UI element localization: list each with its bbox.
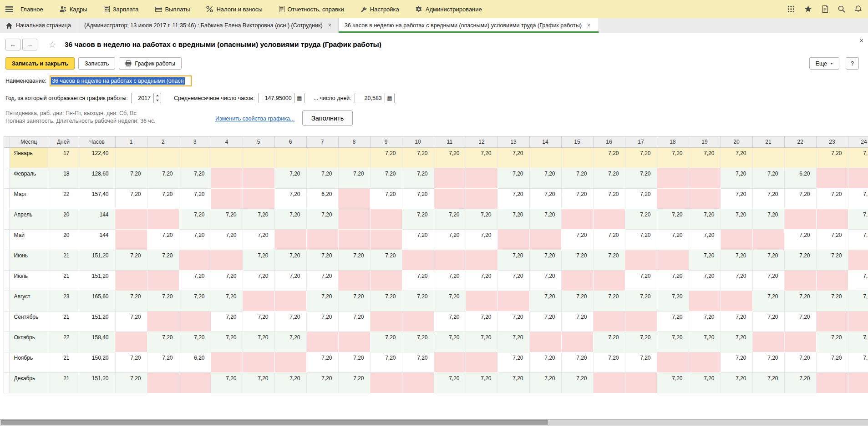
day-cell-17[interactable]: 7,20 (625, 291, 657, 311)
day-cell-23[interactable] (816, 209, 848, 230)
day-cell-15[interactable] (561, 271, 593, 291)
day-cell-3[interactable]: 7,20 (179, 168, 211, 189)
day-cell-18[interactable] (657, 352, 689, 373)
day-cell-2[interactable]: 7,20 (147, 230, 179, 250)
day-cell-24[interactable] (848, 311, 868, 332)
day-cell-20[interactable]: 7,20 (721, 332, 752, 352)
day-cell-19[interactable]: 7,20 (689, 230, 721, 250)
day-cell-15[interactable] (561, 209, 593, 230)
day-cell-8[interactable] (338, 189, 370, 209)
day-cell-19[interactable]: 7,20 (689, 332, 721, 352)
day-cell-24[interactable]: 7,20 (848, 332, 868, 352)
days-count-cell[interactable]: 22 (48, 189, 79, 209)
hours-cell[interactable]: 122,40 (79, 148, 115, 168)
day-cell-17[interactable]: 7,20 (625, 230, 657, 250)
day-cell-23[interactable] (816, 271, 848, 291)
day-cell-7[interactable] (306, 332, 338, 352)
day-cell-21[interactable] (752, 230, 784, 250)
days-count-cell[interactable]: 21 (48, 373, 79, 393)
month-cell[interactable]: Октябрь (10, 332, 48, 352)
day-cell-14[interactable]: 7,20 (529, 250, 561, 271)
day-cell-22[interactable]: 7,20 (784, 189, 816, 209)
day-cell-20[interactable] (721, 230, 752, 250)
day-cell-24[interactable] (848, 168, 868, 189)
day-cell-12[interactable]: 7,20 (466, 332, 497, 352)
day-cell-2[interactable]: 7,20 (147, 291, 179, 311)
day-cell-12[interactable]: 7,20 (466, 148, 497, 168)
day-cell-6[interactable]: 7,20 (274, 189, 306, 209)
day-cell-9[interactable]: 7,20 (370, 148, 402, 168)
day-cell-7[interactable]: 6,20 (306, 189, 338, 209)
day-cell-4[interactable]: 7,20 (211, 230, 243, 250)
day-cell-2[interactable]: 7,20 (147, 352, 179, 373)
day-cell-4[interactable]: 7,20 (211, 373, 243, 393)
day-cell-20[interactable]: 7,20 (721, 271, 752, 291)
day-cell-18[interactable]: 7,20 (657, 148, 689, 168)
day-cell-11[interactable] (434, 189, 466, 209)
fill-button[interactable]: Заполнить (302, 111, 353, 126)
form-close-icon[interactable]: × (859, 37, 863, 44)
day-cell-9[interactable]: 7,20 (370, 352, 402, 373)
day-cell-3[interactable] (179, 373, 211, 393)
day-cell-7[interactable]: 7,20 (306, 311, 338, 332)
day-cell-6[interactable] (274, 148, 306, 168)
day-cell-1[interactable]: 7,20 (115, 352, 147, 373)
change-properties-link[interactable]: Изменить свойства графика... (215, 116, 294, 122)
day-cell-13[interactable]: 7,20 (497, 352, 529, 373)
day-cell-4[interactable] (211, 189, 243, 209)
hours-cell[interactable]: 158,40 (79, 332, 115, 352)
hours-cell[interactable]: 151,20 (79, 271, 115, 291)
day-cell-8[interactable]: 7,20 (338, 168, 370, 189)
day-cell-15[interactable]: 7,20 (561, 168, 593, 189)
menu-item-kadry[interactable]: Кадры (60, 6, 87, 13)
day-cell-19[interactable]: 7,20 (689, 209, 721, 230)
month-cell[interactable]: Декабрь (10, 373, 48, 393)
day-cell-19[interactable] (689, 168, 721, 189)
day-cell-21[interactable]: 7,20 (752, 168, 784, 189)
day-cell-19[interactable] (689, 189, 721, 209)
day-cell-2[interactable] (147, 148, 179, 168)
day-cell-16[interactable]: 7,20 (593, 332, 625, 352)
day-cell-23[interactable]: 7,20 (816, 352, 848, 373)
day-cell-14[interactable] (529, 230, 561, 250)
day-cell-24[interactable] (848, 373, 868, 393)
day-cell-6[interactable]: 7,20 (274, 271, 306, 291)
day-cell-5[interactable]: 7,20 (243, 230, 274, 250)
day-cell-12[interactable] (466, 352, 497, 373)
day-cell-7[interactable]: 7,20 (306, 352, 338, 373)
day-cell-20[interactable] (721, 291, 752, 311)
day-cell-5[interactable] (243, 352, 274, 373)
print-schedule-button[interactable]: График работы (119, 57, 182, 70)
day-cell-18[interactable] (657, 168, 689, 189)
day-cell-14[interactable]: 7,20 (529, 311, 561, 332)
day-cell-14[interactable]: 7,20 (529, 291, 561, 311)
day-cell-14[interactable]: 7,20 (529, 189, 561, 209)
day-cell-20[interactable]: 7,20 (721, 373, 752, 393)
day-cell-4[interactable]: 7,20 (211, 332, 243, 352)
day-cell-14[interactable]: 7,20 (529, 209, 561, 230)
day-cell-6[interactable]: 7,20 (274, 168, 306, 189)
day-cell-19[interactable]: 7,20 (689, 271, 721, 291)
day-cell-21[interactable] (752, 332, 784, 352)
forward-button[interactable]: → (22, 39, 37, 50)
day-cell-5[interactable]: 7,20 (243, 332, 274, 352)
day-cell-17[interactable] (625, 250, 657, 271)
day-cell-22[interactable]: 7,20 (784, 291, 816, 311)
day-cell-9[interactable] (370, 209, 402, 230)
day-cell-13[interactable]: 7,20 (497, 168, 529, 189)
day-cell-16[interactable] (593, 311, 625, 332)
day-cell-1[interactable] (115, 271, 147, 291)
day-cell-20[interactable]: 7,20 (721, 352, 752, 373)
day-cell-13[interactable]: 7,20 (497, 332, 529, 352)
day-cell-4[interactable] (211, 168, 243, 189)
day-cell-24[interactable]: 7,20 (848, 189, 868, 209)
days-count-cell[interactable]: 22 (48, 332, 79, 352)
day-cell-6[interactable]: 7,20 (274, 311, 306, 332)
day-cell-21[interactable]: 7,20 (752, 250, 784, 271)
day-cell-5[interactable]: 7,20 (243, 209, 274, 230)
avg-hours-input[interactable]: 147,95000 ▦ (258, 93, 305, 103)
day-cell-16[interactable]: 7,20 (593, 230, 625, 250)
day-cell-20[interactable]: 7,20 (721, 250, 752, 271)
day-cell-18[interactable]: 7,20 (657, 373, 689, 393)
days-count-cell[interactable]: 21 (48, 250, 79, 271)
